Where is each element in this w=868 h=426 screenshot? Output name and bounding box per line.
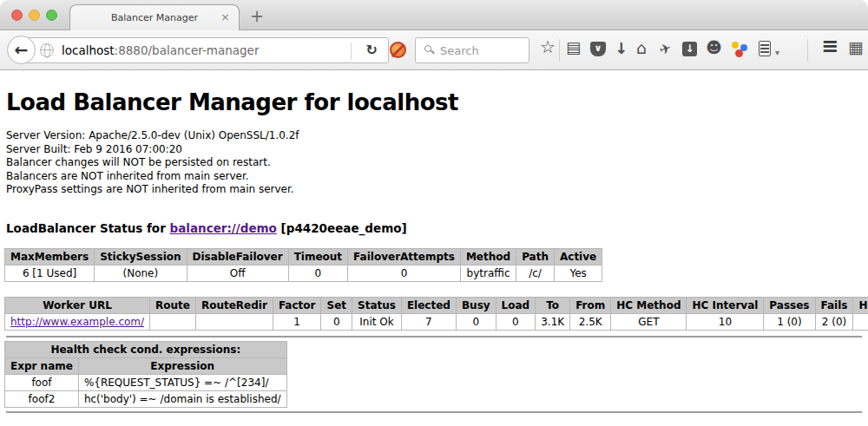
home-icon[interactable]: ⌂ [636,39,647,56]
urlbar-divider [351,43,352,60]
flashblock-icon[interactable] [390,42,406,58]
url-domain: localhost [62,43,115,57]
page-content: Load Balancer Manager for localhost Serv… [0,90,868,413]
reload-button[interactable]: ↻ [366,42,378,58]
col-set: Set [321,297,352,313]
downloads-icon[interactable]: ↓ [615,40,628,57]
server-version-line: Server Version: Apache/2.5.0-dev (Unix) … [6,129,868,143]
col-expression: Expression [78,357,286,374]
cell-route [150,313,196,330]
cell-expr-name: foof2 [5,390,79,407]
cell-method: bytraffic [460,265,516,281]
worker-table: Worker URL Route RouteRedir Factor Set S… [4,297,868,331]
globe-icon [40,43,54,57]
clipboard-icon[interactable]: ▤ [566,39,581,56]
cell-load: 0 [496,313,536,330]
status-suffix: [p4420eeae_demo] [277,221,407,235]
persist-warning-line: Balancer changes will NOT be persisted o… [6,156,868,170]
toolbar-divider [559,39,560,62]
cell-to: 3.1K [536,313,570,330]
cell-maxmembers: 6 [1 Used] [5,265,95,281]
balancer-demo-link[interactable]: balancer://demo [170,221,277,235]
close-window-button[interactable] [11,10,23,21]
col-to: To [536,297,570,313]
col-factor: Factor [273,297,321,313]
col-route: Route [150,297,196,313]
url-bar[interactable]: localhost:8880/balancer-manager ↻ [22,37,389,63]
back-button[interactable]: ← [7,36,36,64]
col-busy: Busy [456,297,496,313]
col-hc-interval: HC Interval [687,297,764,313]
cell-set: 0 [321,313,352,330]
proxypass-inherit-line: ProxyPass settings are NOT inherited fro… [6,183,868,197]
health-table-title: Health check cond. expressions: [5,341,287,357]
col-elected: Elected [401,297,456,313]
color-dots-extension-icon[interactable] [732,42,747,57]
dropdown-caret-icon[interactable]: ▾ [775,44,779,62]
cell-busy: 0 [456,313,496,330]
cell-hc-method: GET [611,313,687,330]
cell-routeredir [195,313,273,330]
col-from: From [570,297,611,313]
cell-expr-name: foof [5,374,79,390]
navigation-toolbar: ← localhost:8880/balancer-manager ↻ Sear… [0,30,868,70]
cell-hc-uri [853,313,868,330]
cell-active: Yes [554,265,602,281]
bookmark-star-icon[interactable]: ☆ [540,38,556,56]
status-prefix: LoadBalancer Status for [6,221,170,235]
tab-bar: Balancer Manager × + [0,0,868,30]
pocket-icon[interactable]: ∨ [590,42,606,56]
bottom-divider [6,411,862,413]
table-header-row: MaxMembers StickySession DisableFailover… [5,248,602,265]
col-failoverattempts: FailoverAttempts [348,248,461,265]
download-helper-icon[interactable]: ↓ [682,42,697,56]
browser-window: Balancer Manager × + ← localhost:8880/ba… [0,0,868,413]
server-info: Server Version: Apache/2.5.0-dev (Unix) … [6,129,868,197]
archive-extension-icon[interactable] [759,41,771,56]
table-row: foof2 hc('body') =~ /domain is establish… [5,390,287,407]
page-title: Load Balancer Manager for localhost [6,90,868,115]
minimize-window-button[interactable] [29,10,40,21]
col-status: Status [352,297,402,313]
url-path: :8880/balancer-manager [115,43,260,57]
health-check-table: Health check cond. expressions: Expr nam… [4,341,287,408]
search-placeholder: Search [440,44,479,57]
search-input[interactable]: Search [415,37,529,63]
col-routeredir: RouteRedir [195,297,273,313]
window-controls [11,10,57,21]
extension-grid-icon[interactable]: ▦ [848,38,864,56]
worker-url-link[interactable]: http://www.example.com/ [10,316,144,328]
cell-failoverattempts: 0 [348,265,461,281]
cell-passes: 1 (0) [764,313,815,330]
cell-elected: 7 [401,313,456,330]
tab-balancer-manager[interactable]: Balancer Manager × [69,4,240,30]
menu-icon[interactable]: ≡ [821,37,838,55]
col-active: Active [554,248,602,265]
col-hc-uri: HC uri [853,297,868,313]
cell-stickysession: (None) [95,265,187,281]
table-row: foof %{REQUEST_STATUS} =~ /^[234]/ [5,374,287,390]
col-load: Load [496,297,536,313]
chat-smiley-icon[interactable]: ☻ [706,39,722,56]
col-method: Method [460,248,516,265]
col-expr-name: Expr name [5,357,79,374]
table-header-row: Worker URL Route RouteRedir Factor Set S… [5,297,868,313]
table-header-row: Expr name Expression [5,357,287,374]
cell-from: 2.5K [570,313,611,330]
cell-timeout: 0 [288,265,347,281]
tab-title: Balancer Manager [111,12,198,23]
loadbalancer-status-heading: LoadBalancer Status for balancer://demo … [6,221,868,235]
send-tab-icon[interactable]: ✈ [657,39,674,59]
tab-close-icon[interactable]: × [220,11,230,23]
col-maxmembers: MaxMembers [5,248,95,265]
cell-expression: hc('body') =~ /domain is established/ [78,390,286,407]
new-tab-button[interactable]: + [250,6,264,25]
col-passes: Passes [764,297,815,313]
cell-disablefailover: Off [187,265,288,281]
col-disablefailover: DisableFailover [187,248,288,265]
zoom-window-button[interactable] [46,10,57,21]
table-title-row: Health check cond. expressions: [5,341,287,357]
balancer-settings-table: MaxMembers StickySession DisableFailover… [4,248,602,282]
server-built-line: Server Built: Feb 9 2016 07:00:20 [6,143,868,157]
cell-expression: %{REQUEST_STATUS} =~ /^[234]/ [78,374,286,390]
